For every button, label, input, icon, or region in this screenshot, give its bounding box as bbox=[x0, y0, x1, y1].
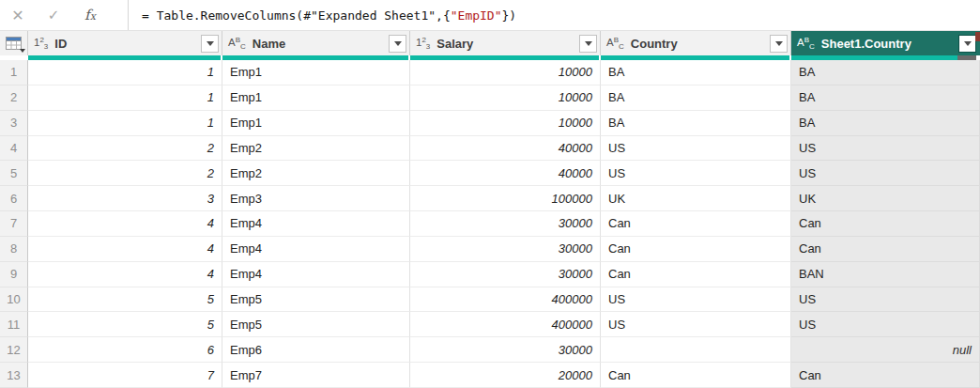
column-header-country[interactable]: ABCCountry bbox=[601, 31, 791, 55]
row-number[interactable]: 7 bbox=[0, 211, 28, 237]
cell-sheet1-country[interactable]: BA bbox=[791, 85, 980, 111]
cell-salary[interactable]: 30000 bbox=[410, 237, 601, 262]
cell-name[interactable]: Emp4 bbox=[222, 211, 410, 237]
cell-salary[interactable]: 40000 bbox=[410, 161, 601, 186]
cell-name[interactable]: Emp3 bbox=[222, 186, 410, 211]
cell-id[interactable]: 1 bbox=[28, 60, 222, 85]
cell-salary[interactable]: 10000 bbox=[410, 85, 601, 111]
select-all-button[interactable] bbox=[0, 31, 28, 55]
cell-sheet1-country[interactable]: US bbox=[791, 287, 980, 313]
cell-country[interactable]: BA bbox=[601, 111, 791, 136]
commit-icon[interactable]: ✓ bbox=[36, 7, 71, 23]
cell-salary[interactable]: 40000 bbox=[410, 136, 601, 162]
cell-sheet1-country[interactable]: null bbox=[791, 337, 980, 363]
row-number[interactable]: 5 bbox=[0, 161, 28, 186]
cell-id[interactable]: 2 bbox=[28, 161, 222, 186]
cell-sheet1-country[interactable]: Can bbox=[791, 237, 980, 262]
text-abc-icon: ABC bbox=[797, 36, 815, 51]
cell-id[interactable]: 7 bbox=[28, 363, 222, 388]
cell-salary[interactable]: 100000 bbox=[410, 186, 601, 211]
column-header-salary[interactable]: 123Salary bbox=[410, 31, 601, 55]
cell-sheet1-country[interactable]: BAN bbox=[791, 262, 980, 287]
cell-name[interactable]: Emp1 bbox=[222, 60, 410, 85]
cell-name[interactable]: Emp5 bbox=[222, 287, 410, 313]
cell-country[interactable]: Can bbox=[601, 211, 791, 237]
cell-sheet1-country[interactable]: US bbox=[791, 136, 980, 162]
cell-name[interactable]: Emp6 bbox=[222, 337, 410, 363]
cell-salary[interactable]: 10000 bbox=[410, 60, 601, 85]
cell-country[interactable]: US bbox=[601, 312, 791, 337]
cell-country[interactable]: BA bbox=[601, 60, 791, 85]
cell-name[interactable]: Emp4 bbox=[222, 262, 410, 287]
cell-country[interactable]: Can bbox=[601, 237, 791, 262]
column-header-name[interactable]: ABCName bbox=[222, 31, 410, 55]
cell-id[interactable]: 4 bbox=[28, 211, 222, 237]
filter-dropdown-button[interactable] bbox=[201, 35, 219, 53]
filter-dropdown-button[interactable] bbox=[770, 35, 788, 53]
cell-salary[interactable]: 400000 bbox=[410, 287, 601, 313]
row-number[interactable]: 12 bbox=[0, 337, 28, 363]
row-number[interactable]: 11 bbox=[0, 312, 28, 337]
row-number[interactable]: 4 bbox=[0, 136, 28, 162]
cell-country[interactable]: US bbox=[601, 161, 791, 186]
row-number[interactable]: 1 bbox=[0, 60, 28, 85]
table-row: 105Emp5400000USUS bbox=[0, 287, 980, 313]
cell-name[interactable]: Emp1 bbox=[222, 85, 410, 111]
cell-salary[interactable]: 30000 bbox=[410, 337, 601, 363]
column-header-sheet1-country[interactable]: ABCSheet1.Country bbox=[791, 31, 980, 55]
cell-name[interactable]: Emp5 bbox=[222, 312, 410, 337]
cell-salary[interactable]: 30000 bbox=[410, 262, 601, 287]
chevron-down-icon bbox=[585, 41, 592, 46]
cell-country[interactable]: Can bbox=[601, 262, 791, 287]
formula-segment: = Table.RemoveColumns(#"Expanded Sheet1"… bbox=[142, 8, 451, 23]
cell-sheet1-country[interactable]: UK bbox=[791, 186, 980, 211]
chevron-down-icon bbox=[775, 41, 783, 46]
cell-name[interactable]: Emp7 bbox=[222, 363, 410, 388]
cell-name[interactable]: Emp2 bbox=[222, 161, 410, 186]
cell-id[interactable]: 4 bbox=[28, 262, 222, 287]
cell-sheet1-country[interactable]: US bbox=[791, 161, 980, 186]
cell-sheet1-country[interactable]: BA bbox=[791, 111, 980, 136]
cell-id[interactable]: 5 bbox=[28, 287, 222, 313]
cell-name[interactable]: Emp1 bbox=[222, 111, 410, 136]
row-number[interactable]: 10 bbox=[0, 287, 28, 313]
cell-id[interactable]: 3 bbox=[28, 186, 222, 211]
cell-sheet1-country[interactable]: BA bbox=[791, 60, 980, 85]
cell-salary[interactable]: 10000 bbox=[410, 111, 601, 136]
cell-salary[interactable]: 400000 bbox=[410, 312, 601, 337]
row-number[interactable]: 8 bbox=[0, 237, 28, 262]
row-number[interactable]: 2 bbox=[0, 85, 28, 111]
filter-dropdown-button[interactable] bbox=[389, 35, 406, 53]
filter-dropdown-button[interactable] bbox=[958, 35, 976, 53]
column-header-id[interactable]: 123ID bbox=[28, 31, 222, 55]
cell-country[interactable]: UK bbox=[601, 186, 791, 211]
cell-id[interactable]: 4 bbox=[28, 237, 222, 262]
row-number[interactable]: 3 bbox=[0, 111, 28, 136]
row-number[interactable]: 13 bbox=[0, 363, 28, 388]
cell-id[interactable]: 2 bbox=[28, 136, 222, 162]
row-number[interactable]: 9 bbox=[0, 262, 28, 287]
row-number[interactable]: 6 bbox=[0, 186, 28, 211]
cell-id[interactable]: 1 bbox=[28, 85, 222, 111]
cell-sheet1-country[interactable]: Can bbox=[791, 211, 980, 237]
cell-name[interactable]: Emp4 bbox=[222, 237, 410, 262]
fx-icon: fx bbox=[71, 7, 109, 23]
cell-sheet1-country[interactable]: US bbox=[791, 312, 980, 337]
cell-salary[interactable]: 30000 bbox=[410, 211, 601, 237]
cell-country[interactable]: BA bbox=[601, 85, 791, 111]
cell-id[interactable]: 5 bbox=[28, 312, 222, 337]
cell-salary[interactable]: 20000 bbox=[410, 363, 601, 388]
cell-id[interactable]: 6 bbox=[28, 337, 222, 363]
cell-name[interactable]: Emp2 bbox=[222, 136, 410, 162]
cell-sheet1-country[interactable]: Can bbox=[791, 363, 980, 388]
cell-country[interactable] bbox=[601, 337, 791, 363]
cancel-icon[interactable]: ✕ bbox=[0, 7, 36, 24]
cell-country[interactable]: US bbox=[601, 136, 791, 162]
formula-segment: "EmpID" bbox=[451, 8, 502, 23]
cell-country[interactable]: Can bbox=[601, 363, 791, 388]
text-abc-icon: ABC bbox=[228, 36, 246, 51]
formula-input[interactable]: = Table.RemoveColumns(#"Expanded Sheet1"… bbox=[129, 0, 980, 30]
cell-country[interactable]: US bbox=[601, 287, 791, 313]
filter-dropdown-button[interactable] bbox=[579, 35, 597, 53]
cell-id[interactable]: 1 bbox=[28, 111, 222, 136]
